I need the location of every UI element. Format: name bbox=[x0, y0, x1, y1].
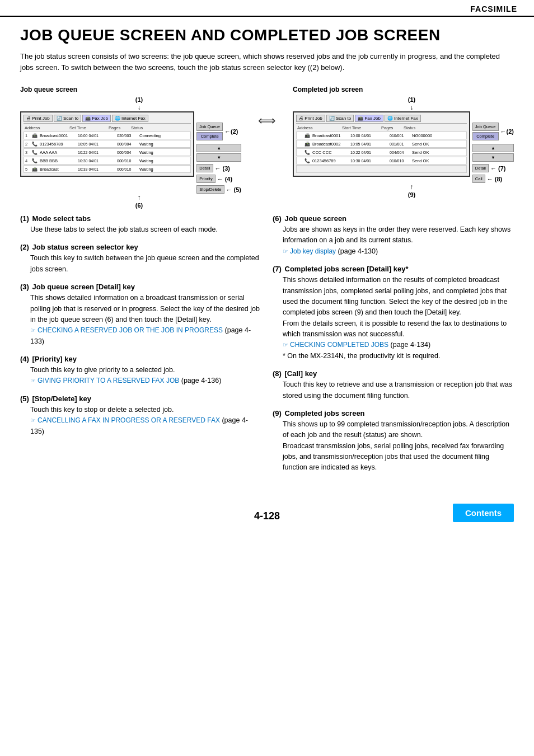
descriptions: (1) Mode select tabs Use these tabs to s… bbox=[20, 214, 514, 481]
left-col-headers: Address Set Time Pages Status bbox=[24, 125, 191, 130]
desc-2-body: Touch this key to switch between the job… bbox=[20, 253, 261, 275]
right-tab-fax[interactable]: 📠 Fax Job bbox=[355, 115, 383, 122]
left-diagram: Job queue screen (1) ↓ bbox=[20, 86, 241, 209]
left-btn-down[interactable]: ▼ bbox=[196, 153, 241, 162]
desc-item-4: (4) [Priority] key Touch this key to giv… bbox=[20, 355, 261, 387]
left-annot-1-arrow: ↓ bbox=[37, 104, 241, 111]
right-screen-outer: 🖨 Print Job 🔄 Scan to 📠 Fax Job 🌐 Intern… bbox=[293, 111, 470, 177]
left-btn-complete[interactable]: Complete bbox=[196, 132, 223, 140]
left-btn-jobqueue[interactable]: Job Queue bbox=[196, 123, 223, 131]
left-annot-6-label: (6) bbox=[37, 202, 241, 209]
header-bar: FACSIMILE bbox=[0, 0, 534, 17]
right-side-btns: Job Queue Complete ←(2) ▲ ▼ bbox=[472, 123, 514, 183]
desc-4-link[interactable]: GIVING PRIORITY TO A RESERVED FAX JOB bbox=[30, 377, 179, 384]
desc-3-link[interactable]: CHECKING A RESERVED JOB OR THE JOB IN PR… bbox=[30, 326, 223, 334]
right-btn-jobqueue[interactable]: Job Queue bbox=[472, 123, 499, 131]
left-tab-fax[interactable]: 📠 Fax Job bbox=[82, 115, 111, 122]
left-annot-6-arrow: ↑ bbox=[37, 194, 241, 201]
left-btn-up[interactable]: ▲ bbox=[196, 144, 241, 152]
left-annot-1-label: (1) bbox=[37, 96, 241, 103]
right-col-time: Start Time bbox=[342, 125, 381, 130]
desc-6-title: (6) Job queue screen bbox=[273, 214, 514, 223]
right-annot-1-arrow: ↓ bbox=[310, 104, 514, 111]
right-annot-9-arrow: ↑ bbox=[310, 183, 514, 191]
right-tab-inet[interactable]: 🌐 Internet Fax bbox=[385, 115, 421, 122]
page-footer: 4-128 Contents bbox=[0, 498, 534, 532]
desc-item-1: (1) Mode select tabs Use these tabs to s… bbox=[20, 214, 261, 235]
right-btn-up[interactable]: ▲ bbox=[472, 144, 514, 152]
left-tab-print[interactable]: 🖨 Print Job bbox=[24, 115, 53, 122]
right-tab-print[interactable]: 🖨 Print Job bbox=[296, 115, 325, 122]
right-btn-down[interactable]: ▼ bbox=[472, 153, 514, 162]
desc-item-5: (5) [Stop/Delete] key Touch this key to … bbox=[20, 395, 261, 437]
left-btn-stop[interactable]: Stop/Delete bbox=[196, 185, 224, 194]
desc-3-body: This shows detailed information on a bro… bbox=[20, 293, 261, 347]
desc-8-title: (8) [Call] key bbox=[273, 369, 514, 378]
left-row-2[interactable]: 2📞 0123456789 10:05 04/01 000/004 Waitin… bbox=[24, 140, 191, 148]
right-tab-scan[interactable]: 🔄 Scan to bbox=[326, 115, 354, 122]
left-side-btns: Job Queue Complete ←(2) ▲ ▼ bbox=[196, 123, 241, 194]
right-btn-call[interactable]: Call bbox=[472, 175, 485, 183]
double-arrow: ⟺ bbox=[258, 86, 276, 128]
desc-item-2: (2) Job status screen selector key Touch… bbox=[20, 243, 261, 275]
desc-5-body: Touch this key to stop or delete a selec… bbox=[20, 405, 261, 437]
right-btn-detail[interactable]: Detail bbox=[472, 164, 489, 172]
desc-item-9: (9) Completed jobs screen This shows up … bbox=[273, 409, 514, 473]
right-screen-label: Completed job screen bbox=[293, 86, 514, 93]
right-row-4[interactable]: 📞 0123456789 10:30 04/01 010/010 Send OK bbox=[296, 157, 467, 165]
page-title: JOB QUEUE SCREEN AND COMPLETED JOB SCREE… bbox=[20, 27, 514, 44]
left-col-addr: Address bbox=[25, 125, 69, 130]
left-row-5[interactable]: 5📠 Broadcast 10:33 04/01 000/010 Waiting bbox=[24, 165, 191, 173]
desc-right-col: (6) Job queue screen Jobs are shown as k… bbox=[273, 214, 514, 481]
right-diagram: Completed job screen (1) ↓ bbox=[293, 86, 514, 198]
desc-4-title: (4) [Priority] key bbox=[20, 355, 261, 363]
right-row-2[interactable]: 📠 Broadcast0002 10:05 04/01 001/001 Send… bbox=[296, 140, 467, 148]
right-row-5 bbox=[296, 165, 467, 173]
left-tab-inet[interactable]: 🌐 Internet Fax bbox=[112, 115, 148, 122]
left-row-1[interactable]: 1📠 Broadcast0001 10:00 04/01 020/003 Con… bbox=[24, 132, 191, 139]
left-screen-outer: 🖨 Print Job 🔄 Scan to 📠 Fax Job 🌐 Intern… bbox=[20, 111, 194, 177]
right-col-pages: Pages bbox=[381, 125, 404, 130]
desc-2-title: (2) Job status screen selector key bbox=[20, 243, 261, 251]
diagram-area: Job queue screen (1) ↓ bbox=[20, 86, 514, 209]
desc-4-body: Touch this key to give priority to a sel… bbox=[20, 365, 261, 387]
right-annot-1-label: (1) bbox=[310, 96, 514, 103]
desc-5-title: (5) [Stop/Delete] key bbox=[20, 395, 261, 403]
left-btn-priority[interactable]: Priority bbox=[196, 175, 215, 183]
desc-8-body: Touch this key to retrieve and use a tra… bbox=[273, 379, 514, 401]
desc-9-body: This shows up to 99 completed transmissi… bbox=[273, 419, 514, 473]
desc-item-3: (3) Job queue screen [Detail] key This s… bbox=[20, 283, 261, 347]
left-col-pages: Pages bbox=[109, 125, 131, 130]
left-btn-detail[interactable]: Detail bbox=[196, 164, 213, 172]
left-screen-tabs: 🖨 Print Job 🔄 Scan to 📠 Fax Job 🌐 Intern… bbox=[24, 115, 191, 124]
desc-left-col: (1) Mode select tabs Use these tabs to s… bbox=[20, 214, 261, 481]
left-tab-scan[interactable]: 🔄 Scan to bbox=[54, 115, 81, 122]
header-title: FACSIMILE bbox=[470, 4, 517, 13]
desc-3-title: (3) Job queue screen [Detail] key bbox=[20, 283, 261, 291]
right-btn-complete[interactable]: Complete bbox=[472, 132, 499, 140]
desc-9-title: (9) Completed jobs screen bbox=[273, 409, 514, 417]
desc-5-link[interactable]: CANCELLING A FAX IN PROGRESS OR A RESERV… bbox=[30, 416, 220, 424]
left-col-time: Set Time bbox=[69, 125, 109, 130]
desc-1-body: Use these tabs to select the job status … bbox=[20, 224, 261, 235]
left-row-4[interactable]: 4📞 BBB BBB 10:30 04/01 000/010 Waiting bbox=[24, 157, 191, 165]
right-col-addr: Address bbox=[297, 125, 342, 130]
right-row-1[interactable]: 📠 Broadcast0001 10:00 04/01 010/001 NG00… bbox=[296, 132, 467, 139]
desc-6-link[interactable]: Job key display bbox=[283, 247, 336, 255]
desc-item-7: (7) Completed jobs screen [Detail] key* … bbox=[273, 265, 514, 361]
left-screen-label: Job queue screen bbox=[20, 86, 241, 93]
right-row-3[interactable]: 📞 CCC CCC 10:22 04/01 004/004 Send OK bbox=[296, 148, 467, 156]
right-screen-main: 🖨 Print Job 🔄 Scan to 📠 Fax Job 🌐 Intern… bbox=[293, 111, 470, 177]
page-number: 4-128 bbox=[185, 510, 349, 522]
desc-item-6: (6) Job queue screen Jobs are shown as k… bbox=[273, 214, 514, 257]
contents-button[interactable]: Contents bbox=[453, 504, 514, 522]
desc-7-note: * On the MX-2314N, the productivity kit … bbox=[283, 352, 440, 360]
desc-7-title: (7) Completed jobs screen [Detail] key* bbox=[273, 265, 514, 273]
right-screen-annot-row: 🖨 Print Job 🔄 Scan to 📠 Fax Job 🌐 Intern… bbox=[293, 111, 514, 183]
left-col-status: Status bbox=[131, 125, 190, 130]
desc-7-body: This shows detailed information on the r… bbox=[273, 275, 514, 361]
left-row-3[interactable]: 3📞 AAA AAA 10:22 04/01 000/004 Waiting bbox=[24, 148, 191, 156]
page: FACSIMILE JOB QUEUE SCREEN AND COMPLETED… bbox=[0, 0, 534, 756]
desc-7-link[interactable]: CHECKING COMPLETED JOBS bbox=[283, 341, 388, 349]
intro-text: The job status screen consists of two sc… bbox=[20, 51, 514, 73]
